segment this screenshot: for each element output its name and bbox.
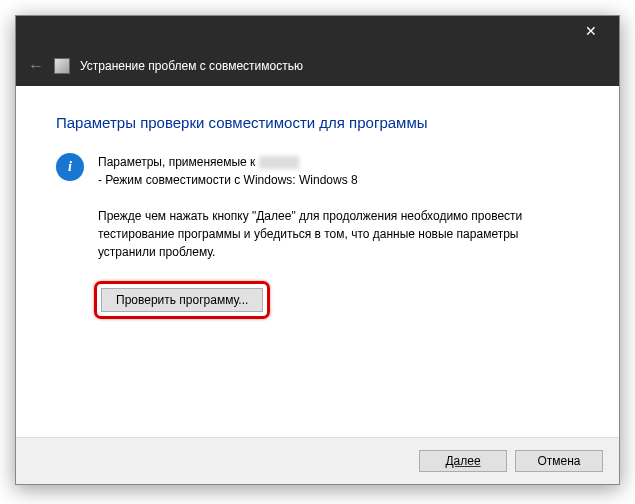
info-row: i Параметры, применяемые к - Режим совме… <box>56 153 579 189</box>
troubleshoot-icon <box>54 58 70 74</box>
next-button[interactable]: Далее <box>419 450 507 472</box>
info-line1: Параметры, применяемые к <box>98 155 255 169</box>
instruction-text: Прежде чем нажать кнопку "Далее" для про… <box>98 207 579 261</box>
info-icon: i <box>56 153 84 181</box>
page-title: Параметры проверки совместимости для про… <box>56 114 579 131</box>
dialog-window: ✕ ← Устранение проблем с совместимостью … <box>15 15 620 485</box>
cancel-button[interactable]: Отмена <box>515 450 603 472</box>
footer: Далее Отмена <box>16 437 619 484</box>
titlebar: ✕ <box>16 16 619 46</box>
highlight-annotation: Проверить программу... <box>94 281 270 319</box>
back-arrow-icon[interactable]: ← <box>28 57 44 75</box>
header-title: Устранение проблем с совместимостью <box>80 59 303 73</box>
info-line2: - Режим совместимости с Windows: Windows… <box>98 173 358 187</box>
header: ← Устранение проблем с совместимостью <box>16 46 619 86</box>
test-program-button[interactable]: Проверить программу... <box>101 288 263 312</box>
close-icon[interactable]: ✕ <box>573 19 609 43</box>
info-text: Параметры, применяемые к - Режим совмест… <box>98 153 358 189</box>
content-area: Параметры проверки совместимости для про… <box>16 86 619 437</box>
redacted-program-name <box>259 156 299 169</box>
